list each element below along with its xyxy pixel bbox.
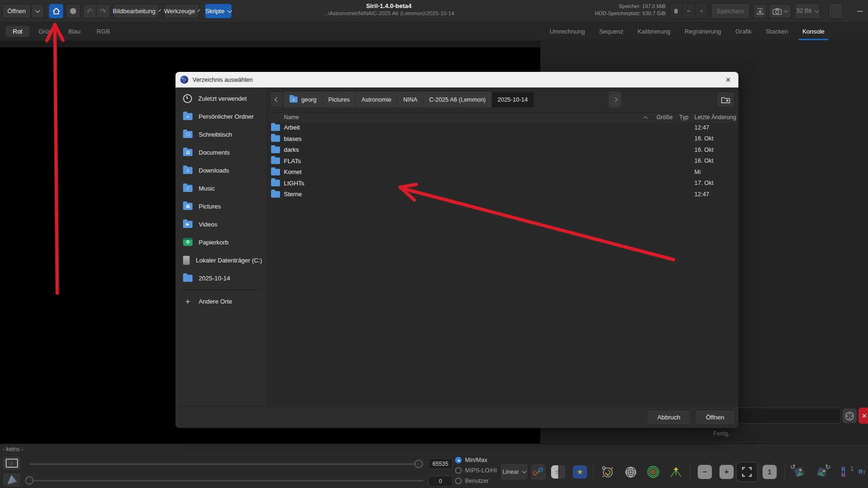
undo-button[interactable]: ↶	[83, 4, 96, 18]
high-value-field[interactable]: 65535	[428, 458, 453, 469]
annotations-globe-button[interactable]	[622, 463, 640, 481]
sidebar-place-item[interactable]: Zuletzt verwendet	[175, 89, 267, 107]
zoom-out-button[interactable]: −	[698, 465, 712, 479]
tab-channel[interactable]: Rot	[6, 26, 29, 37]
dialog-close-button[interactable]: ✕	[723, 75, 733, 85]
low-value-field[interactable]: 0	[428, 476, 453, 487]
tab-channel[interactable]: Blau	[61, 26, 88, 37]
tab-channel[interactable]: Grün	[31, 26, 59, 37]
flip-horizontal-button[interactable]: R↕	[856, 463, 868, 481]
photometry-button[interactable]	[644, 463, 662, 481]
low-threshold-slider[interactable]	[29, 480, 423, 481]
record-icon	[70, 8, 76, 14]
new-folder-button[interactable]	[717, 92, 735, 107]
breadcrumb-item[interactable]: C-2025 A6 (Lemmon)	[423, 92, 492, 107]
zoom-100-button[interactable]: 1	[763, 465, 777, 479]
directory-chooser-dialog: Verzeichnis auswählen ✕ Zuletzt verwende…	[175, 72, 738, 428]
sidebar-place-item[interactable]: ♪ Music	[175, 179, 267, 197]
save-button[interactable]: Speichern	[711, 3, 750, 19]
tab-panel[interactable]: Registrierung	[684, 22, 722, 40]
breadcrumb-item[interactable]: Pictures	[323, 92, 356, 107]
chevron-down-icon	[35, 8, 40, 13]
column-type[interactable]: Typ	[679, 114, 688, 121]
zoom-fit-button[interactable]	[736, 462, 758, 482]
file-row[interactable]: darks 16. Okt	[267, 144, 738, 156]
hamburger-menu-button[interactable]	[829, 3, 843, 19]
sidebar-place-item[interactable]: ↓ Downloads	[175, 161, 267, 179]
tab-panel[interactable]: Grafik	[734, 22, 753, 40]
low-slider-handle[interactable]	[25, 476, 34, 485]
sidebar-place-item[interactable]: ▶ Videos	[175, 215, 267, 233]
livestack-button[interactable]	[66, 4, 80, 18]
scripts-menu[interactable]: Skripte	[205, 4, 232, 18]
tab-channel[interactable]: RGB	[89, 26, 117, 37]
comet-tool-button[interactable]	[667, 463, 685, 481]
open-button[interactable]: Öffnen	[2, 4, 31, 18]
color-gamut-button[interactable]	[2, 472, 21, 487]
sidebar-other-places[interactable]: + Andere Orte	[175, 292, 267, 310]
column-name[interactable]: Name	[284, 114, 299, 121]
breadcrumb-forward-button[interactable]	[609, 92, 621, 107]
file-row[interactable]: FLATs 16. Okt	[267, 156, 738, 167]
breadcrumb-item[interactable]: ⌂ georg	[284, 92, 323, 107]
display-mode-radio[interactable]: MIPS-LO/HI	[455, 466, 497, 475]
redo-button[interactable]: ↷	[96, 4, 110, 18]
sidebar-place-item[interactable]: ⌂ Persönlicher Ordner	[175, 107, 267, 125]
file-row[interactable]: LIGHTs 17. Okt	[267, 178, 738, 189]
file-row[interactable]: biases 16. Okt	[267, 133, 738, 145]
window-minimize-button[interactable]	[854, 6, 866, 17]
bottom-toolbar: - keins - ✓ 65535 0 Min/MaxMIPS-LO/HIBen…	[0, 444, 868, 488]
display-mode-radio[interactable]: Benutzer	[455, 477, 497, 485]
open-options-dropdown[interactable]	[31, 4, 44, 18]
dialog-titlebar[interactable]: Verzeichnis auswählen ✕	[175, 72, 738, 87]
home-button[interactable]	[49, 4, 63, 18]
snapshot-to-clipboard-button[interactable]	[754, 4, 766, 18]
sidebar-place-item[interactable]: ▤ Documents	[175, 143, 267, 161]
star-detection-button[interactable]: ☆	[549, 463, 567, 481]
breadcrumb-item[interactable]: Astronomie	[356, 92, 397, 107]
high-threshold-slider[interactable]	[29, 463, 423, 465]
image-processing-menu[interactable]: Bildbearbeitung	[114, 4, 159, 18]
back-button[interactable]	[270, 92, 284, 107]
high-slider-handle[interactable]	[414, 460, 423, 468]
tab-panel[interactable]: Konsole	[801, 22, 825, 40]
rotate-right-button[interactable]: ↻	[812, 463, 832, 481]
spinbox-decrement-button[interactable]: −	[683, 3, 695, 18]
spinbox-increment-button[interactable]: +	[695, 3, 708, 18]
sidebar-place-item[interactable]: 2025-10-14	[175, 269, 267, 287]
astrometry-button[interactable]	[599, 463, 617, 481]
sidebar-place-item[interactable]: ♻ Papierkorb	[175, 233, 267, 251]
column-modified[interactable]: Letzte Änderung	[694, 114, 736, 121]
channel-tabs: RotGrünBlauRGB	[6, 22, 117, 40]
flip-vertical-button[interactable]: RR ⤵	[833, 463, 853, 481]
file-row[interactable]: Sterne 12:47	[267, 189, 738, 200]
preview-toggle-button[interactable]: ✓	[2, 456, 21, 471]
tab-panel[interactable]: Sequenz	[598, 22, 624, 40]
tab-panel[interactable]: Umrechnung	[549, 22, 586, 40]
spinbox-value[interactable]: 8	[670, 3, 683, 18]
sort-ascending-icon[interactable]	[643, 116, 648, 121]
cancel-button[interactable]: Abbruch	[647, 410, 691, 425]
sidebar-place-item[interactable]: ▢ Schreibtisch	[175, 125, 267, 143]
stop-processing-button[interactable]: ✕	[859, 408, 868, 424]
breadcrumb-item[interactable]: NINA	[397, 92, 423, 107]
tab-panel[interactable]: Stacken	[765, 22, 789, 40]
column-size[interactable]: Größe	[657, 114, 673, 121]
open-directory-button[interactable]: Öffnen	[695, 410, 735, 425]
display-mode-dropdown[interactable]: Linear	[500, 463, 528, 480]
tab-panel[interactable]: Kalibrierung	[637, 22, 671, 40]
rotate-left-button[interactable]: ↺	[789, 463, 809, 481]
star-view-button[interactable]: ★	[571, 463, 589, 481]
snapshot-menu[interactable]	[769, 4, 791, 18]
sidebar-place-item[interactable]: Lokaler Datenträger (C:)	[175, 251, 267, 269]
file-row[interactable]: Arbeit 12:47	[267, 122, 738, 133]
sidebar-place-item[interactable]: ▦ Pictures	[175, 197, 267, 215]
breadcrumb-item[interactable]: 2025-10-14	[492, 92, 534, 107]
bit-depth-dropdown[interactable]: 32 Bit	[795, 3, 820, 19]
display-mode-radio[interactable]: Min/Max	[455, 456, 497, 464]
command-helper-button[interactable]	[842, 409, 857, 423]
zoom-in-button[interactable]: +	[719, 465, 734, 479]
file-row[interactable]: Komet Mi	[267, 166, 738, 178]
channel-link-button[interactable]	[530, 463, 546, 480]
tools-menu[interactable]: Werkzeuge	[164, 4, 199, 18]
